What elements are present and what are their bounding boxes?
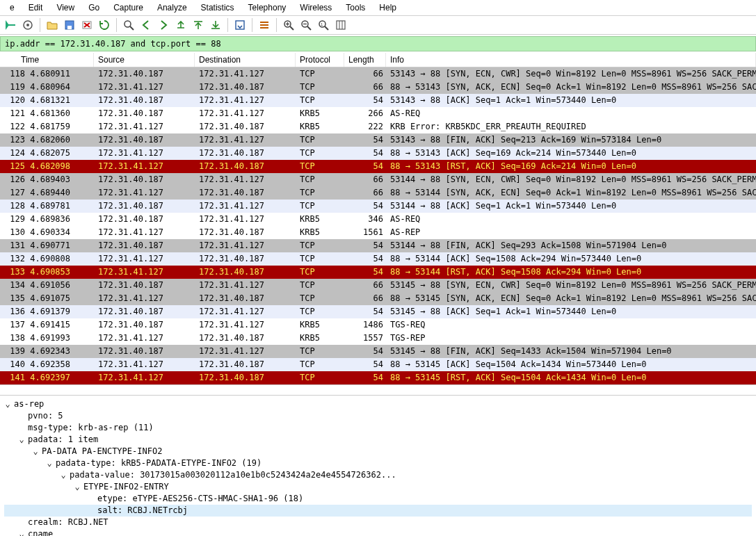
col-source[interactable]: Source bbox=[94, 53, 195, 67]
zoom-reset-icon[interactable] bbox=[316, 17, 331, 33]
packet-row[interactable]: 138 4.691993172.31.41.127172.31.40.187KR… bbox=[0, 332, 756, 345]
tree-row[interactable]: ⌄as-rep bbox=[4, 398, 752, 410]
packet-info: KRB Error: KRB5KDC_ERR_PREAUTH_REQUIRED bbox=[386, 120, 756, 133]
packet-protocol: TCP bbox=[296, 345, 344, 358]
first-packet-icon[interactable] bbox=[191, 17, 206, 33]
packet-info: 53145 → 88 [FIN, ACK] Seq=1433 Ack=1504 … bbox=[386, 345, 756, 358]
menu-help[interactable]: Help bbox=[373, 1, 402, 14]
reload-icon[interactable] bbox=[97, 17, 112, 33]
packet-no-time: 133 4.690853 bbox=[0, 266, 94, 279]
col-time[interactable]: Time bbox=[0, 53, 94, 67]
packet-row[interactable]: 136 4.691379172.31.40.187172.31.41.127TC… bbox=[0, 305, 756, 318]
packet-details-tree: ⌄as-rep›pvno: 5›msg-type: krb-as-rep (11… bbox=[0, 396, 756, 536]
packet-no-time: 136 4.691379 bbox=[0, 305, 94, 318]
packet-row[interactable]: 122 4.681759172.31.41.127172.31.40.187KR… bbox=[0, 120, 756, 133]
packet-row[interactable]: 119 4.680964172.31.41.127172.31.40.187TC… bbox=[0, 81, 756, 94]
zoom-in-icon[interactable] bbox=[281, 17, 296, 33]
menu-tools[interactable]: Tools bbox=[340, 1, 371, 14]
columns-icon[interactable] bbox=[333, 17, 348, 33]
fin-icon[interactable] bbox=[3, 17, 18, 33]
display-filter-input[interactable] bbox=[0, 36, 756, 51]
save-icon[interactable] bbox=[62, 17, 77, 33]
packet-row[interactable]: 141 4.692397172.31.41.127172.31.40.187TC… bbox=[0, 371, 756, 384]
packet-length: 1557 bbox=[344, 332, 386, 345]
tree-row: ›salt: RCBJ.NETrcbj bbox=[4, 505, 752, 517]
tree-expander-open-icon[interactable]: ⌄ bbox=[60, 469, 67, 481]
close-file-icon[interactable] bbox=[79, 17, 95, 33]
col-destination[interactable]: Destination bbox=[195, 53, 296, 67]
packet-row[interactable]: 140 4.692358172.31.41.127172.31.40.187TC… bbox=[0, 358, 756, 371]
packet-list-header: Time Source Destination Protocol Length … bbox=[0, 53, 756, 67]
packet-no-time: 123 4.682060 bbox=[0, 133, 94, 147]
packet-row[interactable]: 123 4.682060172.31.40.187172.31.41.127TC… bbox=[0, 133, 756, 147]
packet-row[interactable]: 137 4.691415172.31.40.187172.31.41.127KR… bbox=[0, 318, 756, 332]
packet-destination: 172.31.41.127 bbox=[195, 318, 296, 332]
tree-row[interactable]: ⌄padata-type: kRB5-PADATA-ETYPE-INFO2 (1… bbox=[4, 457, 752, 469]
tree-expander-open-icon[interactable]: ⌄ bbox=[46, 457, 53, 469]
packet-row[interactable]: 120 4.681321172.31.40.187172.31.41.127TC… bbox=[0, 94, 756, 107]
packet-source: 172.31.40.187 bbox=[94, 318, 195, 332]
next-packet-icon[interactable] bbox=[156, 17, 171, 33]
packet-info: AS-REQ bbox=[386, 213, 756, 226]
packet-row[interactable]: 131 4.690771172.31.40.187172.31.41.127TC… bbox=[0, 239, 756, 252]
packet-destination: 172.31.41.127 bbox=[195, 213, 296, 226]
col-length[interactable]: Length bbox=[344, 53, 386, 67]
tree-expander-open-icon[interactable]: ⌄ bbox=[32, 446, 39, 457]
packet-row[interactable]: 139 4.692343172.31.40.187172.31.41.127TC… bbox=[0, 345, 756, 358]
menu-capture[interactable]: Capture bbox=[108, 1, 149, 14]
packet-row[interactable]: 128 4.689781172.31.40.187172.31.41.127TC… bbox=[0, 200, 756, 213]
packet-row[interactable]: 134 4.691056172.31.40.187172.31.41.127TC… bbox=[0, 279, 756, 292]
tree-expander-open-icon[interactable]: ⌄ bbox=[18, 434, 25, 446]
col-protocol[interactable]: Protocol bbox=[296, 53, 344, 67]
jump-prev-icon[interactable] bbox=[173, 17, 188, 33]
packet-row[interactable]: 133 4.690853172.31.41.127172.31.40.187TC… bbox=[0, 266, 756, 279]
menu-view[interactable]: View bbox=[51, 1, 80, 14]
target-icon[interactable] bbox=[20, 17, 35, 33]
tree-expander-open-icon[interactable]: ⌄ bbox=[18, 528, 25, 536]
tree-expander-open-icon[interactable]: ⌄ bbox=[4, 398, 11, 410]
packet-row[interactable]: 118 4.680911172.31.40.187172.31.41.127TC… bbox=[0, 67, 756, 81]
packet-info: 88 → 53144 [SYN, ACK, ECN] Seq=0 Ack=1 W… bbox=[386, 186, 756, 200]
packet-row[interactable]: 127 4.689440172.31.41.127172.31.40.187TC… bbox=[0, 186, 756, 200]
tree-label: etype: eTYPE-AES256-CTS-HMAC-SHA1-96 (18… bbox=[97, 494, 303, 503]
open-icon[interactable] bbox=[45, 17, 60, 33]
packet-destination: 172.31.41.127 bbox=[195, 200, 296, 213]
packet-row[interactable]: 121 4.681360172.31.40.187172.31.41.127KR… bbox=[0, 107, 756, 120]
tree-row[interactable]: ⌄padata: 1 item bbox=[4, 434, 752, 446]
packet-destination: 172.31.41.127 bbox=[195, 173, 296, 186]
packet-row[interactable]: 125 4.682098172.31.41.127172.31.40.187TC… bbox=[0, 160, 756, 173]
packet-info: 53143 → 88 [SYN, ECN, CWR] Seq=0 Win=819… bbox=[386, 67, 756, 81]
menu-edit[interactable]: Edit bbox=[23, 1, 49, 14]
packet-row[interactable]: 135 4.691075172.31.41.127172.31.40.187TC… bbox=[0, 292, 756, 305]
menu-analyze[interactable]: Analyze bbox=[152, 1, 193, 14]
packet-row[interactable]: 124 4.682075172.31.41.127172.31.40.187TC… bbox=[0, 147, 756, 160]
tree-row[interactable]: ⌄cname bbox=[4, 528, 752, 536]
search-icon[interactable] bbox=[121, 17, 136, 33]
packet-row[interactable]: 130 4.690334172.31.41.127172.31.40.187KR… bbox=[0, 226, 756, 239]
last-packet-icon[interactable] bbox=[208, 17, 223, 33]
toolbar-separator bbox=[40, 18, 40, 32]
tree-row[interactable]: ⌄PA-DATA PA-ENCTYPE-INFO2 bbox=[4, 446, 752, 457]
menu-telephony[interactable]: Telephony bbox=[243, 1, 292, 14]
zoom-out-icon[interactable] bbox=[298, 17, 314, 33]
tree-row[interactable]: ⌄ETYPE-INFO2-ENTRY bbox=[4, 481, 752, 493]
lines-icon[interactable] bbox=[257, 17, 272, 33]
col-info[interactable]: Info bbox=[386, 53, 756, 67]
packet-no-time: 137 4.691415 bbox=[0, 318, 94, 332]
pane-splitter[interactable] bbox=[0, 384, 756, 396]
tree-expander-open-icon[interactable]: ⌄ bbox=[74, 481, 81, 493]
packet-row[interactable]: 126 4.689403172.31.40.187172.31.41.127TC… bbox=[0, 173, 756, 186]
packet-row[interactable]: 132 4.690808172.31.41.127172.31.40.187TC… bbox=[0, 252, 756, 266]
menu-statistics[interactable]: Statistics bbox=[195, 1, 240, 14]
packet-no-time: 134 4.691056 bbox=[0, 279, 94, 292]
tree-row[interactable]: ⌄padata-value: 30173015a003020112a10e1b0… bbox=[4, 469, 752, 481]
menu-e[interactable]: e bbox=[4, 1, 20, 14]
packet-row[interactable]: 129 4.689836172.31.40.187172.31.41.127KR… bbox=[0, 213, 756, 226]
packet-source: 172.31.41.127 bbox=[94, 226, 195, 239]
menu-go[interactable]: Go bbox=[83, 1, 105, 14]
autoscroll-icon[interactable] bbox=[232, 17, 248, 33]
menu-wireless[interactable]: Wireless bbox=[294, 1, 337, 14]
tree-row: ›msg-type: krb-as-rep (11) bbox=[4, 422, 752, 434]
prev-packet-icon[interactable] bbox=[138, 17, 154, 33]
packet-info: 88 → 53143 [RST, ACK] Seq=169 Ack=214 Wi… bbox=[386, 160, 756, 173]
